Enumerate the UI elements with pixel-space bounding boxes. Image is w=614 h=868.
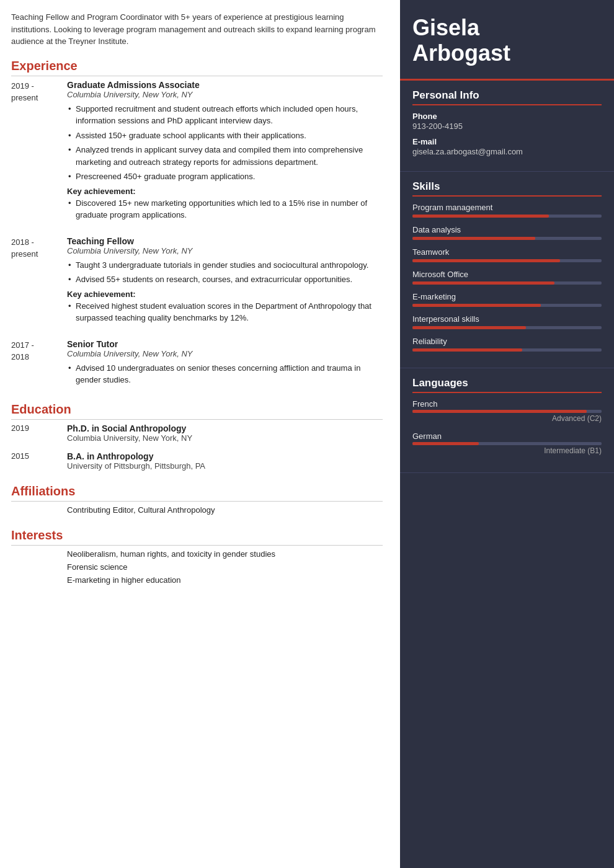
name-title: Gisela Arbogast <box>412 15 602 66</box>
skill-bar-fill <box>412 326 526 329</box>
lang-name: German <box>412 432 602 441</box>
skills-title: Skills <box>412 180 602 197</box>
skill-bar-fill <box>412 237 535 240</box>
skill-name: Data analysis <box>412 225 602 234</box>
bullet: Analyzed trends in applicant survey data… <box>67 144 383 168</box>
interests-list: Neoliberalism, human rights, and toxicit… <box>11 549 383 585</box>
lang-level: Advanced (C2) <box>412 414 602 423</box>
last-name: Arbogast <box>412 40 510 66</box>
skill-bar-fill <box>412 304 541 307</box>
edu-date: 2019 <box>11 423 67 443</box>
skill-bar-bg <box>412 259 602 262</box>
lang-bar-bg <box>412 442 602 445</box>
skill-item: Data analysis <box>412 225 602 240</box>
skill-bar-fill <box>412 215 549 218</box>
experience-item: 2019 -present Graduate Admissions Associ… <box>11 80 383 224</box>
affiliations-section: Affiliations Contributing Editor, Cultur… <box>11 484 383 515</box>
skill-bar-fill <box>412 259 560 262</box>
achievement-bullet: Discovered 15+ new marketing opportuniti… <box>67 197 383 221</box>
personal-info-title: Personal Info <box>412 89 602 105</box>
skill-name: Teamwork <box>412 247 602 257</box>
languages-title: Languages <box>412 377 602 393</box>
skill-name: Program management <box>412 203 602 212</box>
skill-bar-bg <box>412 348 602 352</box>
skill-item: Teamwork <box>412 247 602 262</box>
skill-item: E-marketing <box>412 292 602 307</box>
edu-school: University of Pittsburgh, Pittsburgh, PA <box>67 461 383 471</box>
exp-content: Senior Tutor Columbia University, New Yo… <box>67 339 383 389</box>
exp-content: Teaching Fellow Columbia University, New… <box>67 236 383 327</box>
left-column: Teaching Fellow and Program Coordinator … <box>0 0 400 868</box>
exp-date: 2017 -2018 <box>11 339 67 389</box>
edu-degree: Ph.D. in Social Anthropology <box>67 423 383 433</box>
exp-bullets: Advised 10 undergraduates on senior thes… <box>67 362 383 386</box>
bullet: Prescreened 450+ graduate program applic… <box>67 170 383 183</box>
skill-bar-bg <box>412 281 602 285</box>
skill-name: E-marketing <box>412 292 602 301</box>
lang-bar-bg <box>412 410 602 413</box>
experience-title: Experience <box>11 59 383 76</box>
skill-item: Microsoft Office <box>412 270 602 285</box>
lang-bar-fill <box>412 442 479 445</box>
skill-bar-fill <box>412 348 522 352</box>
skill-item: Reliability <box>412 337 602 352</box>
interest-text: Neoliberalism, human rights, and toxicit… <box>67 549 275 559</box>
exp-company: Columbia University, New York, NY <box>67 90 383 99</box>
education-title: Education <box>11 402 383 420</box>
languages-section: Languages French Advanced (C2) German In… <box>400 368 614 473</box>
edu-degree: B.A. in Anthropology <box>67 451 383 461</box>
summary-text: Teaching Fellow and Program Coordinator … <box>11 11 383 48</box>
edu-school: Columbia University, New York, NY <box>67 433 383 443</box>
exp-title: Senior Tutor <box>67 339 383 349</box>
skill-name: Microsoft Office <box>412 270 602 279</box>
interest-item: E-marketing in higher education <box>11 575 383 585</box>
interest-item: Neoliberalism, human rights, and toxicit… <box>11 549 383 559</box>
edu-content: B.A. in Anthropology University of Pitts… <box>67 451 383 471</box>
exp-content: Graduate Admissions Associate Columbia U… <box>67 80 383 224</box>
phone-value: 913-200-4195 <box>412 122 602 131</box>
skill-name: Interpersonal skills <box>412 314 602 324</box>
interest-text: E-marketing in higher education <box>67 575 181 585</box>
achievement-bullet: Received highest student evaluation scor… <box>67 300 383 324</box>
lang-bar-fill <box>412 410 587 413</box>
affiliation-text: Contributing Editor, Cultural Anthropolo… <box>67 505 215 515</box>
bullet: Assisted 150+ graduate school applicants… <box>67 130 383 142</box>
skill-name: Reliability <box>412 337 602 346</box>
skill-bar-bg <box>412 215 602 218</box>
email-value: gisela.za.arbogast@gmail.com <box>412 147 602 156</box>
skill-bar-bg <box>412 326 602 329</box>
email-label: E-mail <box>412 137 602 146</box>
lang-level: Intermediate (B1) <box>412 446 602 455</box>
skill-bar-fill <box>412 281 554 285</box>
experience-list: 2019 -present Graduate Admissions Associ… <box>11 80 383 389</box>
skill-bar-bg <box>412 237 602 240</box>
exp-title: Teaching Fellow <box>67 236 383 246</box>
bullet: Taught 3 undergraduate tutorials in gend… <box>67 259 383 272</box>
key-achievement-label: Key achievement: <box>67 290 383 299</box>
exp-company: Columbia University, New York, NY <box>67 246 383 255</box>
personal-info-section: Personal Info Phone 913-200-4195 E-mail … <box>400 81 614 172</box>
exp-bullets: Supported recruitment and student outrea… <box>67 103 383 183</box>
interests-title: Interests <box>11 528 383 546</box>
skill-item: Program management <box>412 203 602 218</box>
languages-list: French Advanced (C2) German Intermediate… <box>412 399 602 455</box>
affiliation-item: Contributing Editor, Cultural Anthropolo… <box>11 505 383 515</box>
experience-item: 2017 -2018 Senior Tutor Columbia Univers… <box>11 339 383 389</box>
experience-item: 2018 -present Teaching Fellow Columbia U… <box>11 236 383 327</box>
exp-title: Graduate Admissions Associate <box>67 80 383 90</box>
exp-bullets: Taught 3 undergraduate tutorials in gend… <box>67 259 383 286</box>
exp-date: 2018 -present <box>11 236 67 327</box>
right-column: Gisela Arbogast Personal Info Phone 913-… <box>400 0 614 868</box>
exp-company: Columbia University, New York, NY <box>67 349 383 358</box>
lang-name: French <box>412 399 602 409</box>
exp-date: 2019 -present <box>11 80 67 224</box>
skills-list: Program management Data analysis Teamwor… <box>412 203 602 352</box>
key-achievement-label: Key achievement: <box>67 187 383 196</box>
name-block: Gisela Arbogast <box>400 0 614 81</box>
skills-section: Skills Program management Data analysis … <box>400 172 614 368</box>
education-item: 2015 B.A. in Anthropology University of … <box>11 451 383 471</box>
skill-item: Interpersonal skills <box>412 314 602 329</box>
bullet: Supported recruitment and student outrea… <box>67 103 383 127</box>
edu-content: Ph.D. in Social Anthropology Columbia Un… <box>67 423 383 443</box>
skill-bar-bg <box>412 304 602 307</box>
